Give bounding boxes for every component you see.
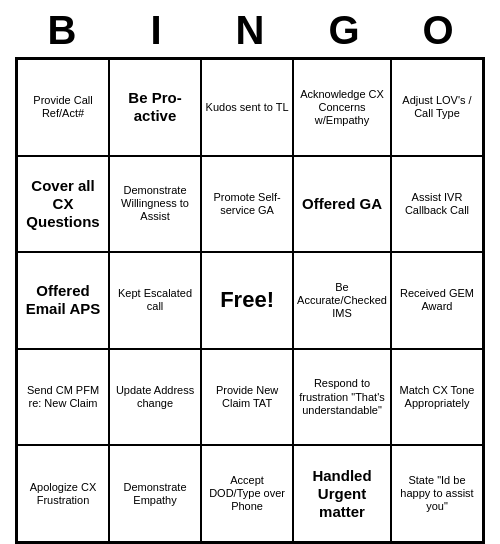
- cell-r2-c2: Free!: [201, 252, 293, 349]
- cell-r4-c3: Handled Urgent matter: [293, 445, 391, 542]
- cell-r4-c0: Apologize CX Frustration: [17, 445, 109, 542]
- cell-r1-c4: Assist IVR Callback Call: [391, 156, 483, 253]
- cell-r2-c0: Offered Email APS: [17, 252, 109, 349]
- cell-r1-c0: Cover all CX Questions: [17, 156, 109, 253]
- cell-r0-c4: Adjust LOV's / Call Type: [391, 59, 483, 156]
- cell-r3-c2: Provide New Claim TAT: [201, 349, 293, 446]
- bingo-title: B I N G O: [15, 0, 485, 57]
- cell-r4-c4: State "Id be happy to assist you": [391, 445, 483, 542]
- letter-b: B: [22, 8, 102, 53]
- bingo-grid: Provide Call Ref/Act#Be Pro-activeKudos …: [15, 57, 485, 544]
- cell-r3-c0: Send CM PFM re: New Claim: [17, 349, 109, 446]
- cell-r2-c3: Be Accurate/Checked IMS: [293, 252, 391, 349]
- cell-r1-c1: Demonstrate Willingness to Assist: [109, 156, 201, 253]
- cell-r0-c2: Kudos sent to TL: [201, 59, 293, 156]
- cell-r2-c4: Received GEM Award: [391, 252, 483, 349]
- cell-r2-c1: Kept Escalated call: [109, 252, 201, 349]
- letter-n: N: [210, 8, 290, 53]
- cell-r3-c1: Update Address change: [109, 349, 201, 446]
- cell-r3-c4: Match CX Tone Appropriately: [391, 349, 483, 446]
- cell-r0-c1: Be Pro-active: [109, 59, 201, 156]
- letter-g: G: [304, 8, 384, 53]
- letter-o: O: [398, 8, 478, 53]
- cell-r1-c2: Promote Self-service GA: [201, 156, 293, 253]
- letter-i: I: [116, 8, 196, 53]
- cell-r3-c3: Respond to frustration "That's understan…: [293, 349, 391, 446]
- cell-r4-c1: Demonstrate Empathy: [109, 445, 201, 542]
- cell-r4-c2: Accept DOD/Type over Phone: [201, 445, 293, 542]
- cell-r1-c3: Offered GA: [293, 156, 391, 253]
- cell-r0-c0: Provide Call Ref/Act#: [17, 59, 109, 156]
- cell-r0-c3: Acknowledge CX Concerns w/Empathy: [293, 59, 391, 156]
